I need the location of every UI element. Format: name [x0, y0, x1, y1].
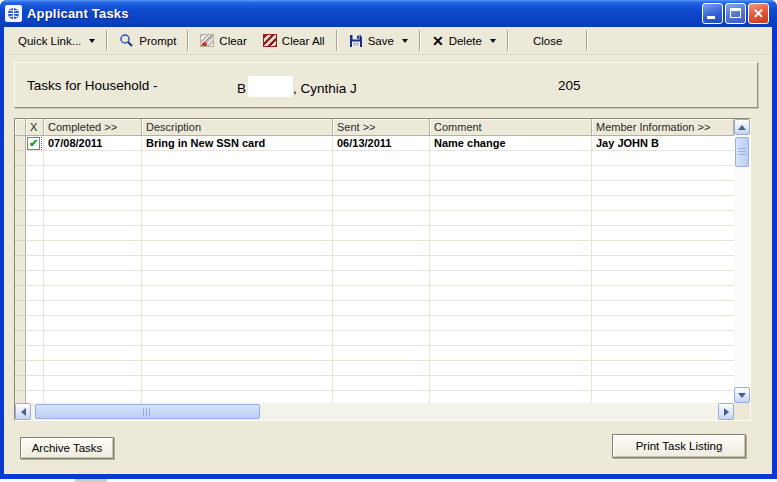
table-empty-row[interactable]	[15, 316, 734, 331]
empty-cell	[26, 346, 44, 361]
empty-cell	[592, 241, 734, 256]
toolbar-separator	[336, 30, 338, 51]
clear-button[interactable]: Clear	[192, 30, 254, 51]
table-empty-row[interactable]	[15, 226, 734, 241]
empty-cell	[333, 361, 430, 376]
scroll-down-button[interactable]	[734, 387, 750, 403]
delete-button[interactable]: ✕ Delete	[424, 31, 504, 51]
vertical-scrollbar[interactable]	[734, 119, 750, 403]
empty-cell	[44, 211, 142, 226]
column-header-comment[interactable]: Comment	[430, 119, 592, 136]
row-selector[interactable]	[15, 136, 26, 151]
empty-cell	[142, 256, 333, 271]
table-empty-row[interactable]	[15, 211, 734, 226]
scroll-right-button[interactable]	[718, 403, 734, 420]
task-checkbox[interactable]	[27, 137, 40, 150]
empty-cell	[592, 151, 734, 166]
close-button[interactable]: Close	[512, 31, 583, 51]
table-empty-row[interactable]	[15, 391, 734, 403]
column-header-sent[interactable]: Sent >>	[333, 119, 430, 136]
empty-cell	[142, 376, 333, 391]
row-selector	[15, 301, 26, 316]
toolbar-separator	[507, 30, 509, 51]
empty-cell	[592, 361, 734, 376]
window-controls: ✕	[702, 3, 769, 24]
clear-all-button[interactable]: Clear All	[255, 30, 333, 51]
table-empty-row[interactable]	[15, 181, 734, 196]
sent-cell[interactable]: 06/13/2011	[333, 136, 430, 151]
empty-cell	[333, 376, 430, 391]
window-title: Applicant Tasks	[27, 6, 129, 21]
empty-cell	[26, 151, 44, 166]
horizontal-scrollbar[interactable]	[15, 403, 734, 420]
table-empty-row[interactable]	[15, 361, 734, 376]
scroll-left-button[interactable]	[15, 403, 31, 420]
toolbar: Quick Link... Prompt Clear Clear All	[4, 27, 772, 55]
table-empty-row[interactable]	[15, 271, 734, 286]
empty-cell	[142, 151, 333, 166]
row-selector	[15, 166, 26, 181]
empty-cell	[333, 226, 430, 241]
comment-cell[interactable]: Name change	[430, 136, 592, 151]
toolbar-separator	[586, 30, 588, 51]
empty-cell	[44, 256, 142, 271]
up-arrow-icon	[738, 125, 746, 130]
vertical-scrollbar-thumb[interactable]	[735, 137, 749, 167]
title-bar[interactable]: Applicant Tasks ✕	[0, 0, 777, 27]
table-empty-row[interactable]	[15, 301, 734, 316]
quick-link-button[interactable]: Quick Link...	[10, 31, 103, 51]
horizontal-scrollbar-thumb[interactable]	[35, 404, 260, 419]
empty-cell	[333, 271, 430, 286]
empty-cell	[44, 151, 142, 166]
column-header-completed[interactable]: Completed >>	[44, 119, 142, 136]
print-task-listing-button[interactable]: Print Task Listing	[612, 434, 746, 458]
empty-cell	[430, 256, 592, 271]
save-button[interactable]: Save	[341, 30, 416, 52]
empty-cell	[44, 181, 142, 196]
empty-cell	[333, 301, 430, 316]
table-row[interactable]: 07/08/2011 Bring in New SSN card 06/13/2…	[15, 136, 734, 151]
empty-cell	[142, 301, 333, 316]
table-empty-row[interactable]	[15, 346, 734, 361]
empty-cell	[333, 346, 430, 361]
table-empty-row[interactable]	[15, 166, 734, 181]
screen: Applicant Tasks ✕ Quick Link... Prompt	[0, 0, 777, 482]
household-name: B , Cynthia J	[237, 78, 357, 99]
completed-cell[interactable]: 07/08/2011	[44, 136, 142, 151]
empty-rows-container	[15, 151, 734, 403]
table-empty-row[interactable]	[15, 196, 734, 211]
minimize-button[interactable]	[702, 3, 723, 24]
row-selector	[15, 316, 26, 331]
close-window-button[interactable]: ✕	[748, 3, 769, 24]
delete-label: Delete	[449, 35, 482, 47]
empty-cell	[430, 181, 592, 196]
member-information-cell[interactable]: Jay JOHN B	[592, 136, 734, 151]
empty-cell	[333, 331, 430, 346]
empty-cell	[26, 181, 44, 196]
row-selector	[15, 151, 26, 166]
prompt-button[interactable]: Prompt	[111, 29, 184, 52]
empty-cell	[44, 391, 142, 403]
maximize-button[interactable]	[725, 3, 746, 24]
table-empty-row[interactable]	[15, 256, 734, 271]
empty-cell	[26, 376, 44, 391]
table-empty-row[interactable]	[15, 331, 734, 346]
description-cell[interactable]: Bring in New SSN card	[142, 136, 333, 151]
table-empty-row[interactable]	[15, 286, 734, 301]
empty-cell	[142, 331, 333, 346]
column-header-description[interactable]: Description	[142, 119, 333, 136]
row-selector	[15, 391, 26, 403]
table-empty-row[interactable]	[15, 376, 734, 391]
scrollbar-corner	[734, 403, 750, 420]
empty-cell	[333, 286, 430, 301]
table-empty-row[interactable]	[15, 241, 734, 256]
table-empty-row[interactable]	[15, 151, 734, 166]
empty-cell	[26, 256, 44, 271]
column-header-x[interactable]: X	[26, 119, 44, 136]
maximize-icon	[730, 8, 741, 18]
chevron-down-icon	[402, 39, 408, 43]
minimize-icon	[707, 16, 715, 19]
scroll-up-button[interactable]	[734, 119, 750, 135]
column-header-member-information[interactable]: Member Information >>	[592, 119, 734, 136]
archive-tasks-button[interactable]: Archive Tasks	[20, 437, 114, 459]
